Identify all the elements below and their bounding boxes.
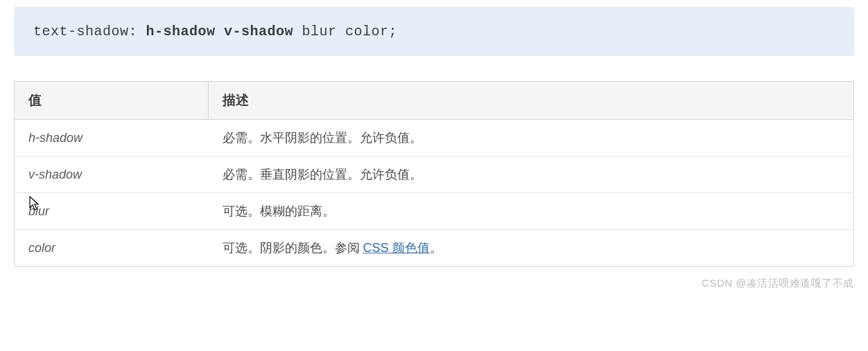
row-desc: 可选。模糊的距离。 [209, 193, 854, 230]
row-desc: 必需。水平阴影的位置。允许负值。 [209, 120, 854, 156]
row-desc: 可选。阴影的颜色。参阅 CSS 颜色值。 [209, 230, 854, 267]
row-desc-prefix: 可选。阴影的颜色。参阅 [223, 241, 363, 255]
code-prefix: text-shadow: [33, 24, 146, 39]
row-value: h-shadow [15, 120, 209, 156]
table-header-row: 值 描述 [15, 82, 854, 120]
row-desc-suffix: 。 [430, 241, 442, 255]
table-row: blur 可选。模糊的距离。 [15, 193, 854, 230]
values-table: 值 描述 h-shadow 必需。水平阴影的位置。允许负值。 v-shadow … [14, 81, 854, 267]
row-value: v-shadow [15, 156, 209, 193]
watermark: CSDN @凑活活呗难道嘎了不成 [702, 277, 854, 290]
code-suffix: blur color; [293, 24, 397, 39]
row-desc: 必需。垂直阴影的位置。允许负值。 [209, 156, 854, 193]
row-value: blur [15, 193, 209, 230]
table-row: h-shadow 必需。水平阴影的位置。允许负值。 [15, 120, 854, 156]
header-description: 描述 [209, 82, 854, 120]
css-color-link[interactable]: CSS 颜色值 [363, 241, 430, 255]
row-value: color [15, 230, 209, 267]
table-row: color 可选。阴影的颜色。参阅 CSS 颜色值。 [15, 230, 854, 267]
code-bold: h-shadow v-shadow [146, 24, 294, 39]
header-value: 值 [15, 82, 209, 120]
code-block: text-shadow: h-shadow v-shadow blur colo… [14, 7, 854, 56]
table-row: v-shadow 必需。垂直阴影的位置。允许负值。 [15, 156, 854, 193]
